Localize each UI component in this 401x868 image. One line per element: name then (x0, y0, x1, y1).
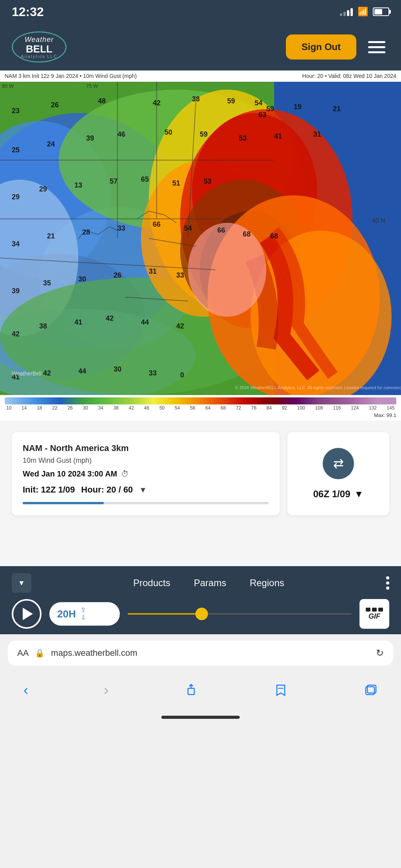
scale-num: 58 (190, 405, 195, 411)
svg-text:39: 39 (86, 134, 94, 142)
svg-text:13: 13 (74, 181, 82, 189)
svg-rect-87 (188, 688, 194, 695)
forward-button[interactable]: › (100, 678, 112, 702)
logo-bell-text: BELL (26, 44, 52, 54)
hamburger-line-3 (368, 51, 385, 53)
products-nav-item[interactable]: Products (133, 577, 170, 588)
scale-num: 50 (159, 405, 164, 411)
scale-num: 132 (369, 405, 377, 411)
more-options-button[interactable] (386, 576, 389, 590)
svg-text:38: 38 (39, 322, 47, 330)
hour-down-arrow[interactable]: ⇩ (81, 615, 86, 621)
logo-area: Weather BELL Analytics LLC (12, 31, 67, 63)
svg-text:54: 54 (184, 224, 192, 232)
back-button[interactable]: ‹ (20, 678, 32, 702)
timeline-container[interactable] (128, 608, 352, 620)
products-dropdown-button[interactable]: ▼ (12, 573, 31, 593)
progress-bar (23, 502, 269, 504)
param-name: 10m Wind Gust (mph) (23, 457, 269, 465)
scale-num: 14 (22, 405, 27, 411)
svg-text:26: 26 (51, 101, 59, 109)
bottom-controls-row: 20H ⇧ ⇩ GIF (12, 599, 389, 629)
scale-num: 42 (129, 405, 134, 411)
svg-text:50: 50 (164, 128, 172, 136)
signal-bar-4 (350, 8, 353, 16)
back-arrow-icon: ‹ (23, 682, 28, 698)
scale-num: 46 (144, 405, 149, 411)
battery-level (374, 9, 382, 14)
scale-num: 30 (83, 405, 88, 411)
hour-input-container[interactable]: 20H ⇧ ⇩ (49, 602, 120, 626)
svg-text:31: 31 (149, 267, 157, 275)
info-card-right: ⇄ 06Z 1/09 ▼ (287, 432, 389, 515)
svg-text:23: 23 (12, 107, 20, 115)
more-dot-2 (386, 581, 389, 585)
swap-run-button[interactable]: ⇄ (323, 448, 354, 479)
svg-text:54: 54 (255, 99, 262, 107)
tabs-button[interactable] (359, 679, 381, 702)
params-nav-item[interactable]: Params (194, 577, 226, 588)
scale-num: 10 (6, 405, 11, 411)
scale-num: 124 (351, 405, 359, 411)
status-time: 12:32 (12, 5, 44, 19)
svg-text:65: 65 (141, 175, 149, 183)
more-dot-1 (386, 576, 389, 579)
aa-font-button[interactable]: AA (17, 648, 29, 658)
svg-point-19 (188, 223, 266, 317)
hamburger-line-1 (368, 41, 385, 43)
hamburger-menu-button[interactable] (364, 37, 389, 57)
scale-num: 34 (98, 405, 103, 411)
svg-text:51: 51 (172, 179, 180, 187)
sign-out-button[interactable]: Sign Out (286, 34, 356, 60)
svg-text:42: 42 (176, 322, 184, 330)
color-scale-section: 10 14 18 22 26 30 34 38 42 46 50 54 58 6… (0, 395, 401, 420)
color-gradient-bar (5, 397, 396, 404)
svg-text:25: 25 (12, 146, 20, 154)
share-button[interactable] (180, 679, 202, 702)
svg-text:63: 63 (258, 111, 266, 119)
reload-button[interactable]: ↻ (376, 648, 384, 659)
svg-text:29: 29 (12, 193, 20, 201)
gif-film-notch-2 (372, 608, 377, 612)
hour-up-arrow[interactable]: ⇧ (81, 607, 86, 613)
scale-num: 84 (267, 405, 272, 411)
signal-bar-1 (340, 13, 342, 16)
logo-oval: Weather BELL Analytics LLC (12, 31, 67, 63)
signal-bar-3 (347, 10, 349, 16)
clock-icon: ⏱ (121, 469, 129, 478)
map-header-right: Hour: 20 • Valid: 08z Wed 10 Jan 2024 (302, 73, 396, 79)
svg-text:41: 41 (274, 132, 282, 140)
svg-text:33: 33 (149, 369, 157, 377)
timeline-track (128, 613, 352, 615)
svg-text:59: 59 (266, 105, 274, 113)
svg-text:40 N: 40 N (372, 217, 385, 224)
address-bar[interactable]: AA 🔒 maps.weatherbell.com ↻ (8, 641, 393, 666)
bottom-control-bar: ▼ Products Params Regions 20H ⇧ ⇩ (0, 566, 401, 634)
hour-dropdown-arrow[interactable]: ▼ (139, 485, 147, 494)
svg-text:66: 66 (153, 220, 161, 228)
progress-bar-fill (23, 502, 104, 504)
home-indicator (0, 709, 401, 726)
svg-text:42: 42 (153, 99, 161, 107)
svg-text:59: 59 (227, 97, 235, 105)
map-image-area[interactable]: 23 26 48 42 38 59 54 19 21 25 24 39 46 5… (0, 82, 401, 395)
dropdown-arrow-icon: ▼ (18, 579, 25, 587)
gif-button[interactable]: GIF (359, 599, 389, 629)
weather-map-svg: 23 26 48 42 38 59 54 19 21 25 24 39 46 5… (0, 82, 401, 395)
info-card-left: NAM - North America 3km 10m Wind Gust (m… (12, 432, 280, 515)
gif-film-icon (366, 608, 383, 612)
url-display[interactable]: maps.weatherbell.com (51, 648, 370, 658)
scale-num: 108 (315, 405, 323, 411)
time-row: Wed Jan 10 2024 3:00 AM ⏱ (23, 469, 269, 478)
svg-text:26: 26 (114, 271, 121, 279)
address-bar-container: AA 🔒 maps.weatherbell.com ↻ (0, 634, 401, 672)
scale-num: 92 (282, 405, 287, 411)
scale-num: 38 (114, 405, 119, 411)
play-button[interactable] (12, 599, 42, 629)
timeline-thumb[interactable] (195, 608, 208, 620)
regions-nav-item[interactable]: Regions (250, 577, 284, 588)
bookmarks-button[interactable] (270, 679, 292, 702)
svg-text:35: 35 (43, 279, 51, 287)
run-select[interactable]: 06Z 1/09 ▼ (313, 489, 364, 500)
init-row: Init: 12Z 1/09 Hour: 20 / 60 ▼ (23, 485, 269, 495)
